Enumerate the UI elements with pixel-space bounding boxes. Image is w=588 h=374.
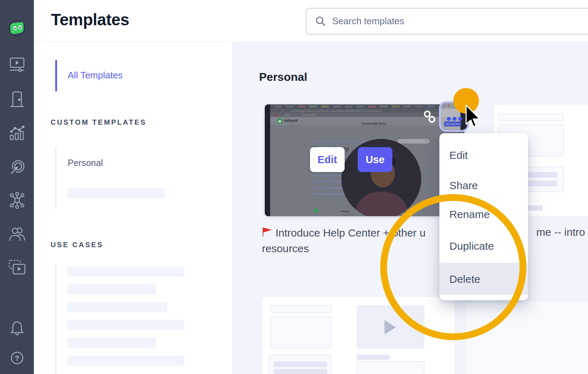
nav-skeleton-bar (67, 355, 184, 366)
templates-page: Templates All Templates CUSTOM TEMPLATES… (0, 0, 588, 374)
skeleton-line (274, 369, 327, 374)
use-button[interactable]: Use (358, 147, 392, 172)
analytics-icon[interactable] (0, 125, 34, 141)
nav-item-all-templates[interactable]: All Templates (68, 70, 123, 81)
skeleton-line (274, 362, 327, 367)
custom-templates-section-title: CUSTOM TEMPLATES (51, 118, 146, 126)
cursor-icon (465, 104, 481, 128)
template-title-fragment: me -- intro (536, 226, 585, 238)
page-title: Templates (51, 10, 129, 29)
template-title-line2[interactable]: resources (262, 243, 309, 255)
skeleton-block (357, 361, 424, 374)
skeleton-bar (498, 114, 564, 121)
active-nav-indicator (55, 60, 57, 92)
search-input[interactable] (332, 16, 588, 27)
panel-divider (232, 42, 233, 374)
skeleton-block (270, 317, 332, 349)
templates-icon[interactable] (0, 259, 34, 275)
browser-tab (443, 105, 445, 107)
audience-icon[interactable] (0, 226, 34, 242)
integrations-icon[interactable] (0, 192, 34, 209)
nav-skeleton-bar (67, 338, 156, 348)
nav-skeleton-bar (67, 284, 156, 295)
nav-skeleton-bar (67, 320, 184, 330)
menu-item-share[interactable]: Share (449, 180, 521, 192)
signup-button-fragment: Sign Up for Free (444, 121, 461, 126)
skeleton-block (269, 355, 332, 374)
play-icon (385, 320, 396, 334)
use-cases-rule (55, 265, 56, 374)
campaigns-icon[interactable] (0, 159, 34, 176)
search-icon (315, 16, 326, 27)
copy-link-icon[interactable] (423, 110, 436, 124)
help-icon[interactable]: ? (0, 334, 34, 365)
browser-tab (448, 105, 450, 107)
kebab-dot (458, 117, 462, 121)
nav-skeleton-bar (67, 188, 165, 198)
menu-item-edit[interactable]: Edit (449, 149, 521, 161)
skeleton-line (357, 355, 390, 360)
page-header: Templates (34, 0, 588, 42)
nav-skeleton-bar (67, 302, 167, 312)
videos-icon[interactable] (0, 57, 34, 72)
nav-item-personal[interactable]: Personal (68, 158, 103, 168)
use-cases-section-title: USE CASES (51, 241, 103, 249)
red-flag-icon (262, 227, 273, 237)
nav-skeleton-bar (67, 266, 184, 277)
svg-text:?: ? (15, 354, 19, 362)
skeleton-bar (270, 305, 332, 313)
rooms-icon[interactable] (0, 90, 34, 108)
section-title-personal: Personal (259, 71, 307, 84)
kebab-dot (453, 117, 457, 121)
left-nav-panel: All Templates CUSTOM TEMPLATES Personal … (34, 42, 232, 374)
app-sidebar: ? (0, 0, 34, 374)
annotation-ring (380, 194, 526, 340)
kebab-dot (447, 117, 451, 121)
edit-button[interactable]: Edit (310, 147, 345, 172)
vidyard-logo-icon[interactable] (0, 17, 34, 38)
custom-templates-rule (55, 147, 56, 208)
search-box (306, 8, 588, 35)
